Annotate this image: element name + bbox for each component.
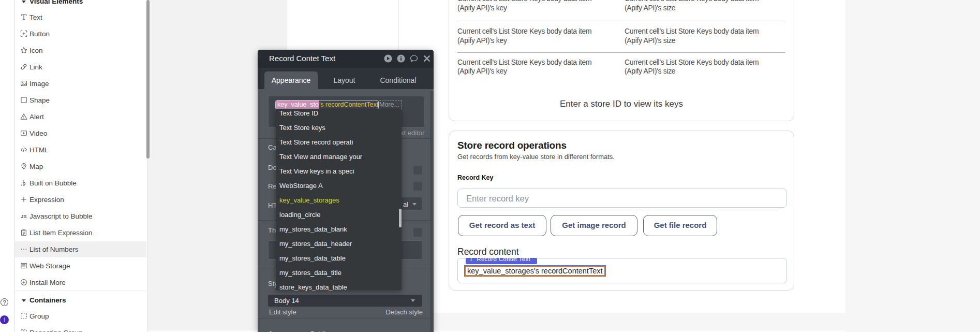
svg-text:JS: JS — [21, 213, 27, 219]
